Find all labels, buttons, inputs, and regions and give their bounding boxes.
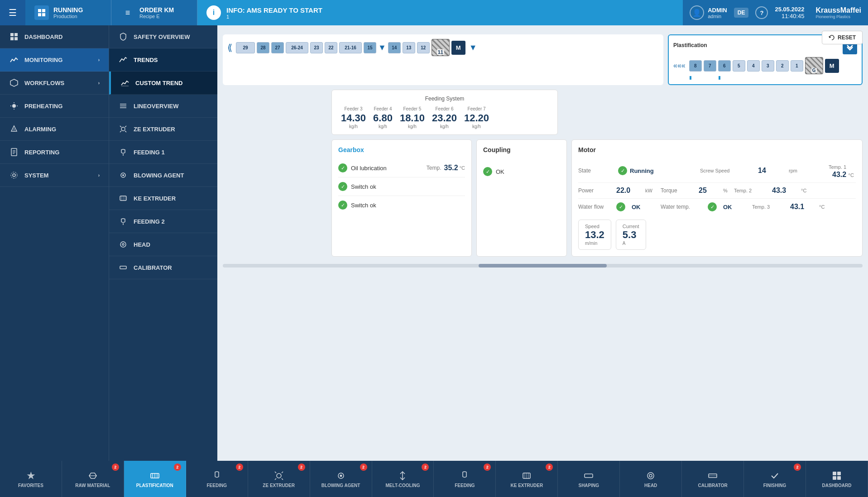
dropdown-item-custom-trend[interactable]: CUSTOM TREND	[109, 72, 217, 95]
bottom-calibrator[interactable]: CALIBRATOR	[682, 461, 744, 497]
state-label: State	[578, 167, 614, 174]
dropdown-item-blowing[interactable]: BLOWING AGENT	[109, 164, 217, 187]
switch2-status	[338, 201, 347, 210]
ke-extruder-badge: 2	[546, 464, 553, 471]
sidebar-item-workflows[interactable]: WORKFLOWS ›	[0, 72, 109, 95]
dropdown-item-safety[interactable]: SAFETY OVERVIEW	[109, 25, 217, 48]
gearbox-title: Gearbox	[338, 146, 465, 153]
bottom-feeding2[interactable]: 2 FEEDING	[434, 461, 496, 497]
zone-11-hatched: 11	[432, 39, 450, 56]
temp-value: 35.2	[444, 164, 458, 172]
dropdown-item-trends[interactable]: TRENDS	[109, 48, 217, 72]
sidebar-label-preheating: PREHEATING	[24, 103, 62, 110]
bottom-shaping[interactable]: SHAPING	[558, 461, 620, 497]
dropdown-label-head: HEAD	[134, 241, 150, 248]
screw-speed-unit: rpm	[789, 168, 825, 173]
feeder-5: Feeder 5 18.10 kg/h	[400, 106, 425, 129]
bottom-blowing-agent[interactable]: 2 BLOWING AGENT	[310, 461, 372, 497]
running-sublabel: Production	[53, 14, 83, 19]
sidebar-label-monitoring: MONITORING	[24, 57, 62, 63]
horizontal-scrollbar[interactable]	[223, 264, 863, 268]
feeder-3-unit: kg/h	[341, 124, 366, 129]
sidebar-item-monitoring[interactable]: MONITORING ›	[0, 48, 109, 72]
watertemp-status: OK	[723, 204, 750, 210]
dropdown-label-trends: TRENDS	[134, 57, 158, 63]
sidebar-item-system[interactable]: SYSTEM ›	[0, 164, 109, 187]
dropdown-item-ze-extruder[interactable]: ZE EXTRUDER	[109, 118, 217, 141]
language-button[interactable]: DE	[734, 8, 749, 18]
hamburger-button[interactable]: ☰	[0, 0, 25, 25]
bottom-melt-cooling[interactable]: 2 MELT-COOLING	[372, 461, 434, 497]
svg-line-49	[282, 472, 283, 473]
reset-button[interactable]: RESET	[822, 31, 863, 44]
feeder-6-label: Feeder 6	[432, 106, 457, 111]
bottom-finishing[interactable]: 2 FINISHING	[744, 461, 806, 497]
plast-zone-1: 1	[791, 60, 803, 72]
svg-rect-58	[585, 474, 593, 478]
order-sublabel: Recipe E	[139, 14, 174, 19]
feeding-system-panel: Feeding System Feeder 3 14.30 kg/h Feede…	[331, 90, 558, 135]
motor-panel: Motor State Running Screw Speed 14 rpm T…	[571, 139, 863, 257]
bottom-plastification[interactable]: 2 PLASTIFICATION	[124, 461, 186, 497]
sidebar-item-dashboard[interactable]: DASHBOARD	[0, 25, 109, 48]
watertemp-label: Water temp.	[661, 204, 706, 210]
dropdown-item-lineoverview[interactable]: LINEOVERVIEW	[109, 95, 217, 118]
dropdown-item-calibrator[interactable]: CALIBRATOR	[109, 256, 217, 279]
ze-extruder-badge: 2	[298, 464, 305, 471]
zone-15: 15	[364, 42, 376, 53]
bottom-head[interactable]: HEAD	[620, 461, 682, 497]
sidebar-item-reporting[interactable]: REPORTING	[0, 141, 109, 164]
bottom-ze-extruder[interactable]: 2 ZE EXTRUDER	[248, 461, 310, 497]
help-button[interactable]: ?	[755, 6, 768, 19]
main-layout: DASHBOARD MONITORING › WORKFLOWS › PREHE…	[0, 25, 868, 461]
feeding-title: Feeding System	[341, 96, 548, 102]
dropdown-item-feeding1[interactable]: FEEDING 1	[109, 141, 217, 164]
ke-extruder-label: KE EXTRUDER	[510, 483, 543, 488]
zone-indicators	[673, 76, 857, 80]
svg-line-28	[125, 126, 126, 127]
user-icon: 👤	[690, 5, 704, 20]
dropdown-label-ke-extruder: KE EXTRUDER	[134, 195, 176, 202]
datetime-section: 25.05.2022 11:40:45	[775, 6, 804, 19]
date-display: 25.05.2022	[775, 6, 804, 13]
sidebar-label-alarming: ALARMING	[24, 126, 56, 133]
sidebar-item-preheating[interactable]: PREHEATING	[0, 95, 109, 118]
bottom-raw-material[interactable]: 2 RAW MATERIAL	[62, 461, 124, 497]
dropdown-item-head[interactable]: HEAD	[109, 233, 217, 256]
svg-point-59	[647, 473, 654, 479]
order-label: ORDER KM	[139, 6, 174, 14]
header-right: 👤 ADMIN admin DE ? 25.05.2022 11:40:45 K…	[683, 0, 868, 25]
feeder-5-label: Feeder 5	[400, 106, 425, 111]
head-icon	[118, 239, 128, 249]
feeder-4-value: 6.80	[373, 112, 393, 124]
finishing-label: FINISHING	[763, 483, 786, 488]
bottom-dashboard[interactable]: DASHBOARD	[806, 461, 868, 497]
temp2-unit: °C	[801, 188, 810, 193]
lineoverview-icon	[118, 101, 128, 111]
feeding-bottom-icon	[211, 470, 222, 481]
blowing-bottom-icon	[336, 470, 346, 481]
sidebar-item-alarming[interactable]: ALARMING	[0, 118, 109, 141]
finishing-badge: 2	[794, 464, 801, 471]
bottom-ke-extruder[interactable]: 2 KE EXTRUDER	[496, 461, 558, 497]
scrollbar-thumb[interactable]	[479, 264, 607, 268]
shaping-label: SHAPING	[578, 483, 599, 488]
svg-rect-7	[14, 37, 18, 40]
speed-current-row: Speed 13.2 m/min Current 5.3 A	[578, 220, 856, 250]
screw-speed-value: 14	[758, 167, 785, 175]
coupling-status-dot	[483, 167, 492, 176]
custom-trend-icon	[120, 78, 130, 88]
dropdown-item-feeding2[interactable]: FEEDING 2	[109, 210, 217, 233]
ke-extruder-bottom-icon	[521, 470, 532, 481]
torque-label: Torque	[661, 187, 697, 194]
feeder-4: Feeder 4 6.80 kg/h	[373, 106, 393, 129]
feeder-7-label: Feeder 7	[464, 106, 489, 111]
chevron-down-icon: ▼	[378, 43, 386, 53]
down-indicator: ▼	[378, 43, 386, 53]
bottom-favorites[interactable]: ★ FAVORITES	[0, 461, 62, 497]
reporting-icon	[9, 147, 19, 157]
feeder-7-unit: kg/h	[464, 124, 489, 129]
feeder-5-unit: kg/h	[400, 124, 425, 129]
dropdown-item-ke-extruder[interactable]: KE EXTRUDER	[109, 187, 217, 210]
bottom-feeding[interactable]: 2 FEEDING	[186, 461, 248, 497]
